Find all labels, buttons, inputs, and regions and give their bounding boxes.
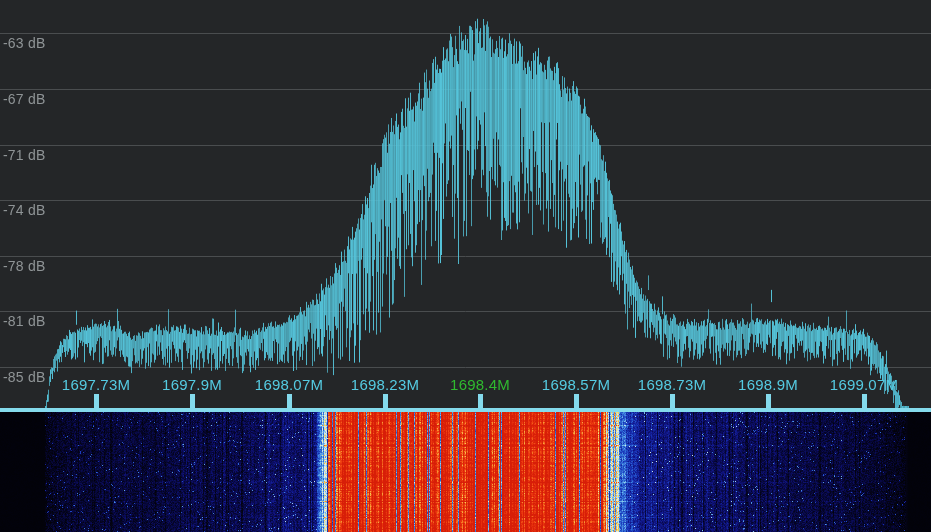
frequency-label: 1698.07M <box>255 376 323 393</box>
frequency-tick <box>190 394 195 408</box>
frequency-tick <box>670 394 675 408</box>
frequency-label: 1698.23M <box>351 376 419 393</box>
frequency-tick <box>862 394 867 408</box>
frequency-label: 1697.9M <box>162 376 222 393</box>
frequency-label: 1698.9M <box>738 376 798 393</box>
spectrum-plot-canvas[interactable] <box>0 0 931 408</box>
frequency-label: 1697.73M <box>62 376 130 393</box>
frequency-tick <box>94 394 99 408</box>
frequency-tick <box>287 394 292 408</box>
frequency-tick <box>574 394 579 408</box>
frequency-tick <box>478 394 483 408</box>
frequency-scale[interactable]: 1697.73M1697.9M1698.07M1698.23M1698.4M16… <box>0 376 931 408</box>
frequency-label: 1698.73M <box>638 376 706 393</box>
frequency-tick <box>383 394 388 408</box>
frequency-label: 1698.57M <box>542 376 610 393</box>
frequency-label: 1699.07M <box>830 376 898 393</box>
frequency-tick <box>766 394 771 408</box>
sdr-app-window: -63 dB-67 dB-71 dB-74 dB-78 dB-81 dB-85 … <box>0 0 931 532</box>
tuned-frequency-label: 1698.4M <box>450 376 510 393</box>
spectrum-panel[interactable]: -63 dB-67 dB-71 dB-74 dB-78 dB-81 dB-85 … <box>0 0 931 408</box>
waterfall-canvas[interactable] <box>0 412 931 532</box>
